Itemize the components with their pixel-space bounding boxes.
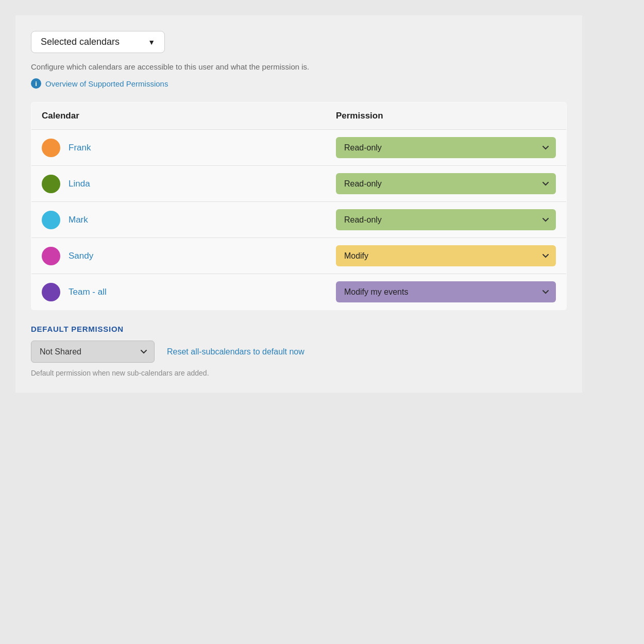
main-container: Selected calendars ▼ Configure which cal… xyxy=(15,15,582,393)
chevron-down-icon: ▼ xyxy=(148,38,155,46)
calendar-scope-label: Selected calendars xyxy=(41,37,120,47)
permission-select[interactable]: Not SharedRead-onlyModifyModify my event… xyxy=(336,245,556,266)
default-permission-row: Not SharedRead-onlyModifyModify my event… xyxy=(31,341,567,363)
avatar-dot xyxy=(42,139,60,157)
permission-select[interactable]: Not SharedRead-onlyModifyModify my event… xyxy=(336,209,556,230)
calendar-name[interactable]: Mark xyxy=(69,215,88,225)
calendar-cell-sandy: Sandy xyxy=(31,238,326,274)
calendar-cell-mark: Mark xyxy=(31,202,326,238)
calendar-scope-selector[interactable]: Selected calendars ▼ xyxy=(31,31,165,53)
reset-link[interactable]: Reset all-subcalendars to default now xyxy=(167,347,304,357)
avatar-dot xyxy=(42,247,60,265)
info-icon: i xyxy=(31,78,41,89)
permission-select[interactable]: Not SharedRead-onlyModifyModify my event… xyxy=(336,173,556,194)
permissions-link-label: Overview of Supported Permissions xyxy=(45,79,168,88)
column-header-calendar: Calendar xyxy=(31,103,326,130)
table-row: MarkNot SharedRead-onlyModifyModify my e… xyxy=(31,202,567,238)
description-text: Configure which calendars are accessible… xyxy=(31,62,567,71)
calendars-table: Calendar Permission FrankNot SharedRead-… xyxy=(31,102,567,310)
table-row: FrankNot SharedRead-onlyModifyModify my … xyxy=(31,130,567,166)
calendar-cell-team---all: Team - all xyxy=(31,274,326,310)
calendar-name[interactable]: Sandy xyxy=(69,251,93,261)
permission-cell-frank: Not SharedRead-onlyModifyModify my event… xyxy=(326,130,567,166)
permission-cell-linda: Not SharedRead-onlyModifyModify my event… xyxy=(326,166,567,202)
calendar-name[interactable]: Team - all xyxy=(69,287,107,297)
permission-select[interactable]: Not SharedRead-onlyModifyModify my event… xyxy=(336,137,556,158)
avatar-dot xyxy=(42,211,60,229)
calendar-cell-linda: Linda xyxy=(31,166,326,202)
avatar-dot xyxy=(42,175,60,193)
default-permission-select[interactable]: Not SharedRead-onlyModifyModify my event… xyxy=(31,341,155,363)
default-permission-desc: Default permission when new sub-calendar… xyxy=(31,369,567,377)
permission-cell-mark: Not SharedRead-onlyModifyModify my event… xyxy=(326,202,567,238)
default-permission-selector[interactable]: Not SharedRead-onlyModifyModify my event… xyxy=(31,341,155,363)
calendar-cell-frank: Frank xyxy=(31,130,326,166)
calendar-name[interactable]: Linda xyxy=(69,179,90,189)
table-row: SandyNot SharedRead-onlyModifyModify my … xyxy=(31,238,567,274)
table-row: Team - allNot SharedRead-onlyModifyModif… xyxy=(31,274,567,310)
default-permission-section: DEFAULT PERMISSION Not SharedRead-onlyMo… xyxy=(31,325,567,377)
calendar-name[interactable]: Frank xyxy=(69,143,91,153)
avatar-dot xyxy=(42,283,60,301)
default-permission-label: DEFAULT PERMISSION xyxy=(31,325,567,333)
table-row: LindaNot SharedRead-onlyModifyModify my … xyxy=(31,166,567,202)
permissions-link[interactable]: i Overview of Supported Permissions xyxy=(31,78,567,89)
permission-select[interactable]: Not SharedRead-onlyModifyModify my event… xyxy=(336,281,556,302)
column-header-permission: Permission xyxy=(326,103,567,130)
permission-cell-team---all: Not SharedRead-onlyModifyModify my event… xyxy=(326,274,567,310)
permission-cell-sandy: Not SharedRead-onlyModifyModify my event… xyxy=(326,238,567,274)
